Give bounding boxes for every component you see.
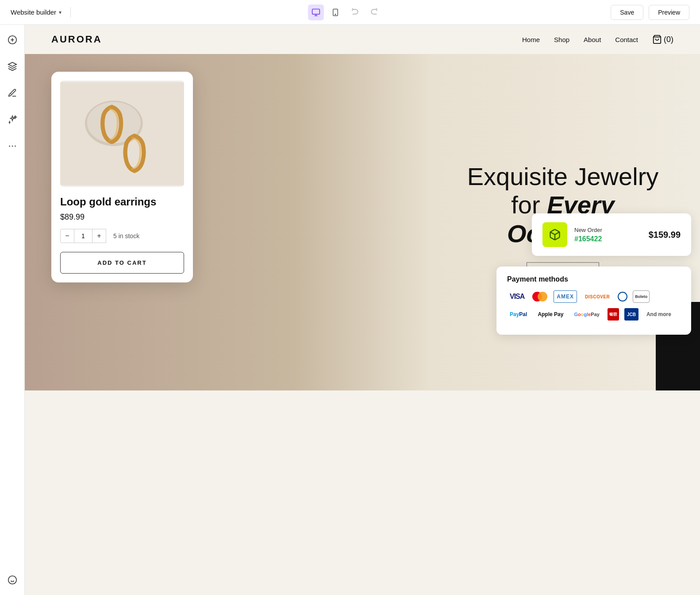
- add-icon[interactable]: [4, 32, 20, 48]
- boleto-logo: Boleto: [633, 290, 650, 303]
- nav-shop[interactable]: Shop: [554, 36, 569, 43]
- nav-about[interactable]: About: [584, 36, 601, 43]
- desktop-device-button[interactable]: [308, 4, 324, 20]
- quantity-increase-button[interactable]: +: [92, 229, 106, 243]
- preview-button[interactable]: Preview: [649, 5, 689, 20]
- nav-home[interactable]: Home: [522, 36, 540, 43]
- hero-section: Loop gold earrings $89.99 − 1 + 5 in sto…: [25, 54, 700, 390]
- and-more-label: And more: [644, 308, 674, 321]
- builder-title: Website builder: [11, 8, 56, 16]
- site-navigation: AURORA Home Shop About Contact (0): [25, 25, 700, 54]
- product-image-container: [60, 81, 184, 187]
- svg-point-11: [12, 146, 13, 147]
- svg-rect-0: [312, 9, 320, 14]
- order-info: New Order #165422: [574, 227, 642, 243]
- stock-text: 5 in stock: [113, 232, 139, 240]
- cart-button[interactable]: (0): [652, 35, 673, 44]
- payment-card: Payment methods VISA AMEX DISCOVER Bolet…: [496, 267, 691, 335]
- amex-logo: AMEX: [554, 290, 577, 303]
- payment-logos-row1: VISA AMEX DISCOVER Boleto: [507, 290, 681, 303]
- svg-point-4: [335, 14, 336, 15]
- visa-logo: VISA: [507, 290, 527, 303]
- save-button[interactable]: Save: [611, 5, 643, 20]
- unionpay-logo: 银联: [608, 308, 619, 321]
- quantity-value: 1: [74, 229, 92, 243]
- jcb-logo: JCB: [624, 308, 638, 321]
- website-preview: AURORA Home Shop About Contact (0): [25, 25, 700, 595]
- mastercard-logo: [532, 292, 548, 301]
- order-number: #165422: [574, 235, 642, 243]
- discover-logo: DISCOVER: [582, 290, 612, 303]
- mobile-device-button[interactable]: [327, 4, 343, 20]
- top-bar-divider: [70, 7, 71, 18]
- main-content: AURORA Home Shop About Contact (0): [0, 25, 700, 595]
- device-switcher: [80, 4, 611, 20]
- cart-count: (0): [664, 35, 673, 44]
- payment-title: Payment methods: [507, 275, 681, 283]
- layers-icon[interactable]: [4, 58, 20, 74]
- diners-logo: [618, 292, 627, 301]
- builder-title-area: Website builder ▾: [11, 8, 62, 16]
- order-amount: $159.99: [649, 230, 681, 240]
- redo-button[interactable]: [366, 4, 382, 20]
- add-to-cart-button[interactable]: ADD TO CART: [60, 252, 184, 274]
- product-title: Loop gold earrings: [60, 196, 184, 208]
- site-logo: AURORA: [51, 34, 102, 45]
- svg-marker-8: [8, 62, 16, 66]
- order-label: New Order: [574, 227, 642, 233]
- order-icon-box: [542, 222, 567, 247]
- svg-point-13: [8, 576, 16, 584]
- order-card: New Order #165422 $159.99: [532, 213, 691, 256]
- quantity-row: − 1 + 5 in stock: [60, 229, 184, 243]
- dropdown-chevron-icon[interactable]: ▾: [59, 9, 62, 15]
- emoji-icon[interactable]: [4, 572, 20, 588]
- undo-button[interactable]: [347, 4, 363, 20]
- applepay-logo: Apple Pay: [535, 308, 566, 321]
- top-bar-actions: Save Preview: [611, 5, 689, 20]
- svg-point-9: [10, 93, 11, 94]
- svg-point-10: [9, 146, 10, 147]
- paypal-logo: PayPal: [507, 308, 530, 321]
- canvas-area: AURORA Home Shop About Contact (0): [25, 25, 700, 595]
- nav-contact[interactable]: Contact: [615, 36, 638, 43]
- sidebar: [0, 25, 25, 595]
- more-icon[interactable]: [4, 138, 20, 154]
- product-card: Loop gold earrings $89.99 − 1 + 5 in sto…: [51, 72, 193, 282]
- payment-logos-row2: PayPal Apple Pay Google Pay 银联 JCB And m…: [507, 308, 681, 321]
- ai-text-icon[interactable]: [4, 85, 20, 101]
- product-price: $89.99: [60, 212, 184, 222]
- top-bar: Website builder ▾ Save Preview: [0, 0, 700, 25]
- googlepay-logo: Google Pay: [571, 308, 602, 321]
- sparkles-icon[interactable]: [4, 112, 20, 128]
- svg-point-12: [15, 146, 16, 147]
- quantity-decrease-button[interactable]: −: [60, 229, 74, 243]
- nav-links: Home Shop About Contact (0): [522, 35, 673, 44]
